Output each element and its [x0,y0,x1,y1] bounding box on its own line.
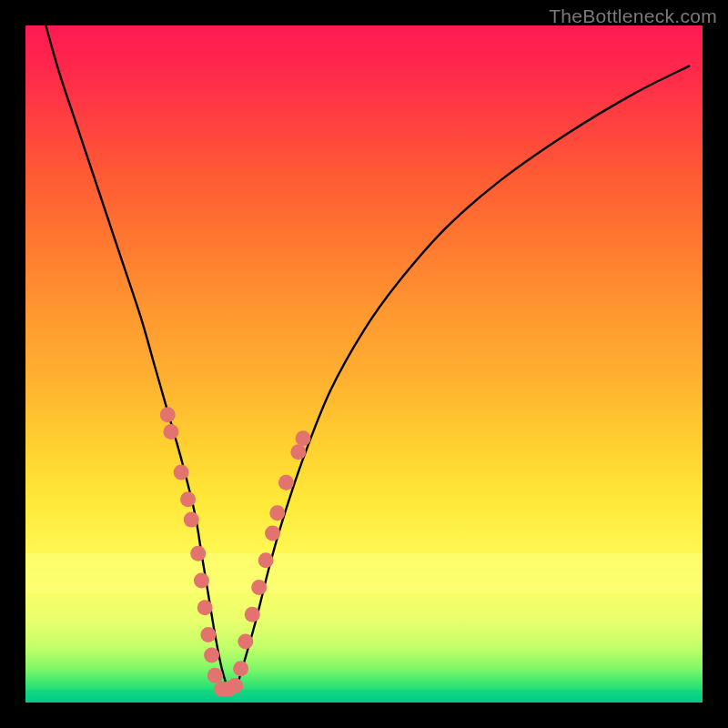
data-marker [278,475,294,490]
curve-markers [160,407,311,696]
data-marker [197,600,213,615]
data-marker [207,668,223,683]
data-marker [238,634,253,650]
plot-area [25,25,703,703]
data-marker [190,546,206,561]
bottleneck-curve [46,25,689,692]
data-marker [233,661,248,676]
data-marker [194,573,209,589]
chart-frame: TheBottleneck.com [0,0,728,728]
data-marker [290,444,306,460]
data-marker [184,512,199,528]
data-marker [265,526,280,541]
data-marker [174,465,189,480]
curve-layer [25,25,703,703]
data-marker [200,627,216,642]
data-marker [163,424,178,440]
data-marker [245,607,260,622]
data-marker [160,407,176,422]
data-marker [180,491,196,507]
data-marker [204,647,219,662]
data-marker [296,430,311,446]
data-marker [258,552,274,568]
watermark-text: TheBottleneck.com [549,5,717,27]
data-marker [228,678,243,693]
data-marker [251,580,267,595]
data-marker [269,505,285,521]
